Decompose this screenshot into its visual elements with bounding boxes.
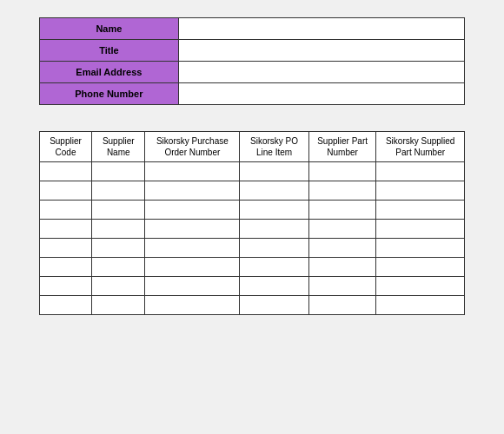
table-cell-r5-c2[interactable] (145, 258, 240, 277)
table-cell-r0-c3[interactable] (240, 162, 309, 181)
table-cell-r3-c3[interactable] (240, 220, 309, 239)
form-value-title[interactable] (178, 40, 464, 62)
form-label-title: Title (40, 40, 179, 62)
table-row (40, 239, 465, 258)
table-cell-r7-c5[interactable] (376, 296, 465, 315)
table-cell-r7-c0[interactable] (40, 296, 92, 315)
table-cell-r1-c1[interactable] (92, 181, 145, 201)
table-cell-r6-c0[interactable] (40, 277, 92, 296)
table-cell-r0-c1[interactable] (92, 162, 145, 181)
table-cell-r7-c2[interactable] (145, 296, 240, 315)
table-row (40, 162, 465, 181)
table-cell-r3-c0[interactable] (40, 220, 92, 239)
table-cell-r7-c3[interactable] (240, 296, 309, 315)
table-cell-r6-c4[interactable] (308, 277, 376, 296)
form-label-phone-number: Phone Number (40, 83, 179, 105)
table-cell-r6-c3[interactable] (240, 277, 309, 296)
form-value-phone-number[interactable] (178, 83, 464, 105)
table-row (40, 277, 465, 296)
column-header-supplier-code: Supplier Code (40, 132, 92, 162)
column-header-po-line-item: Sikorsky PO Line Item (240, 132, 309, 162)
table-row (40, 201, 465, 220)
column-header-supplier-part-number: Supplier Part Number (308, 132, 376, 162)
parts-table: Supplier CodeSupplier NameSikorsky Purch… (39, 131, 465, 315)
table-cell-r4-c5[interactable] (376, 239, 465, 258)
table-cell-r3-c4[interactable] (308, 220, 376, 239)
table-row (40, 258, 465, 277)
table-cell-r2-c5[interactable] (376, 201, 465, 220)
table-cell-r5-c4[interactable] (308, 258, 376, 277)
table-cell-r2-c1[interactable] (92, 201, 145, 220)
table-cell-r5-c1[interactable] (92, 258, 145, 277)
table-cell-r4-c3[interactable] (240, 239, 309, 258)
table-cell-r6-c1[interactable] (92, 277, 145, 296)
form-value-name[interactable] (178, 18, 464, 40)
table-row (40, 181, 465, 201)
table-cell-r0-c4[interactable] (308, 162, 376, 181)
table-cell-r3-c5[interactable] (376, 220, 465, 239)
column-header-po-number: Sikorsky Purchase Order Number (145, 132, 240, 162)
table-cell-r7-c1[interactable] (92, 296, 145, 315)
table-cell-r2-c4[interactable] (308, 201, 376, 220)
contact-form: NameTitleEmail AddressPhone Number (39, 17, 465, 105)
form-label-name: Name (40, 18, 179, 40)
table-cell-r3-c1[interactable] (92, 220, 145, 239)
table-cell-r5-c3[interactable] (240, 258, 309, 277)
column-header-supplier-name: Supplier Name (92, 132, 145, 162)
table-cell-r4-c2[interactable] (145, 239, 240, 258)
table-cell-r0-c5[interactable] (376, 162, 465, 181)
table-cell-r2-c0[interactable] (40, 201, 92, 220)
table-row (40, 296, 465, 315)
table-cell-r6-c2[interactable] (145, 277, 240, 296)
table-cell-r7-c4[interactable] (308, 296, 376, 315)
table-cell-r1-c2[interactable] (145, 181, 240, 201)
table-cell-r2-c3[interactable] (240, 201, 309, 220)
table-cell-r4-c1[interactable] (92, 239, 145, 258)
column-header-sikorsky-supplied-part: Sikorsky Supplied Part Number (376, 132, 465, 162)
form-value-email-address[interactable] (178, 62, 464, 83)
table-cell-r1-c4[interactable] (308, 181, 376, 201)
table-cell-r4-c0[interactable] (40, 239, 92, 258)
table-cell-r5-c5[interactable] (376, 258, 465, 277)
table-cell-r4-c4[interactable] (308, 239, 376, 258)
table-cell-r5-c0[interactable] (40, 258, 92, 277)
table-cell-r2-c2[interactable] (145, 201, 240, 220)
table-cell-r3-c2[interactable] (145, 220, 240, 239)
table-cell-r6-c5[interactable] (376, 277, 465, 296)
form-label-email-address: Email Address (40, 62, 179, 83)
table-cell-r1-c5[interactable] (376, 181, 465, 201)
table-cell-r0-c0[interactable] (40, 162, 92, 181)
table-cell-r1-c3[interactable] (240, 181, 309, 201)
table-row (40, 220, 465, 239)
table-cell-r0-c2[interactable] (145, 162, 240, 181)
table-cell-r1-c0[interactable] (40, 181, 92, 201)
